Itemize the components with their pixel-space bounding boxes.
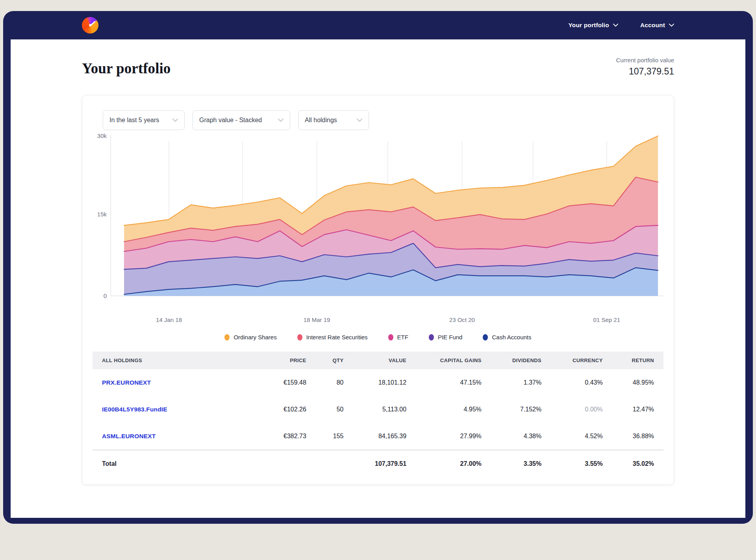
column-header-return: RETURN [612,352,663,369]
chevron-down-icon [613,24,618,27]
y-axis-label: 15k [97,211,107,218]
legend-label: Ordinary Shares [233,334,276,340]
portfolio-value-block: Current portfolio value 107,379.51 [616,57,674,77]
chart-area: 14 Jan 1818 Mar 1923 Oct 2001 Sep 21015k… [93,132,663,330]
filter-holdings[interactable]: All holdings [298,110,369,130]
cell-price: €102.26 [264,396,316,423]
ticker-link[interactable]: PRX.EURONEXT [102,379,151,386]
legend-dot-icon [483,334,488,340]
legend-item[interactable]: Interest Rate Securities [297,334,368,340]
ticker-link[interactable]: IE00B4L5Y983.FundIE [102,406,167,413]
cell-qty: 80 [316,369,353,396]
total-cell-qty [316,450,353,477]
total-cell-capital_gains: 27.00% [416,450,491,477]
chevron-down-icon [172,117,178,124]
cell-capital_gains: 4.95% [416,396,491,423]
cell-price: €382.73 [264,423,316,450]
cell-dividends: 1.37% [491,369,551,396]
cell-qty: 155 [316,423,353,450]
portfolio-value-label: Current portfolio value [616,57,674,63]
holding-row: PRX.EURONEXT€159.488018,101.1247.15%1.37… [93,369,663,396]
x-axis-label: 01 Sep 21 [593,316,620,323]
total-cell-price [264,450,316,477]
page-title: Your portfolio [82,60,170,77]
cell-capital_gains: 47.15% [416,369,491,396]
top-nav: Your portfolio Account [11,11,745,39]
nav-item-account[interactable]: Account [640,22,674,29]
legend-item[interactable]: ETF [388,334,408,340]
holding-row: IE00B4L5Y983.FundIE€102.26505,113.004.95… [93,396,663,423]
x-axis-label: 14 Jan 18 [156,316,182,323]
cell-currency: 0.00% [551,396,612,423]
cell-value: 84,165.39 [353,423,416,450]
brand-logo[interactable] [82,17,98,33]
page-head: Your portfolio Current portfolio value 1… [82,57,674,77]
nav-item-your-portfolio[interactable]: Your portfolio [568,22,618,29]
nav-item-label: Account [640,22,665,29]
cell-value: 18,101.12 [353,369,416,396]
chevron-down-icon [357,117,362,124]
column-header-ticker: ALL HOLDINGS [93,352,264,369]
cell-ticker: PRX.EURONEXT [93,369,264,396]
total-cell-currency: 3.55% [551,450,612,477]
legend-label: Cash Accounts [492,334,531,340]
legend-item[interactable]: Cash Accounts [483,334,531,340]
cell-return: 12.47% [612,396,663,423]
legend-dot-icon [297,334,302,340]
portfolio-chart[interactable]: 14 Jan 1818 Mar 1923 Oct 2001 Sep 21015k… [93,132,663,330]
column-header-value: VALUE [353,352,416,369]
filter-graph-value-label: Graph value - Stacked [199,117,262,124]
holding-row: ASML.EURONEXT€382.7315584,165.3927.99%4.… [93,423,663,450]
column-header-price: PRICE [264,352,316,369]
legend-label: ETF [397,334,408,340]
cell-qty: 50 [316,396,353,423]
filter-timerange-label: In the last 5 years [109,117,159,124]
column-header-qty: QTY [316,352,353,369]
legend-label: Interest Rate Securities [306,334,368,340]
portfolio-value: 107,379.51 [616,66,674,77]
cell-currency: 4.52% [551,423,612,450]
filter-holdings-label: All holdings [305,117,337,124]
cell-ticker: IE00B4L5Y983.FundIE [93,396,264,423]
column-header-dividends: DIVIDENDS [491,352,551,369]
portfolio-card: In the last 5 years Graph value - Stacke… [82,95,674,485]
legend-dot-icon [429,334,434,340]
app-frame: Your portfolio Account Your portfolio Cu… [3,11,753,524]
total-cell-value: 107,379.51 [353,450,416,477]
cell-return: 48.95% [612,369,663,396]
cell-value: 5,113.00 [353,396,416,423]
total-row: Total107,379.5127.00%3.35%3.55%35.02% [93,450,663,477]
ticker-link[interactable]: ASML.EURONEXT [102,433,156,439]
holdings-table-header: ALL HOLDINGSPRICEQTYVALUECAPITAL GAINSDI… [93,352,663,369]
filters: In the last 5 years Graph value - Stacke… [103,110,663,130]
cell-return: 36.88% [612,423,663,450]
filter-graph-value[interactable]: Graph value - Stacked [193,110,290,130]
total-cell-dividends: 3.35% [491,450,551,477]
nav-item-label: Your portfolio [568,22,609,29]
page-content: Your portfolio Current portfolio value 1… [11,39,745,518]
legend-label: PIE Fund [438,334,463,340]
x-axis-label: 23 Oct 20 [449,316,475,323]
total-cell-return: 35.02% [612,450,663,477]
total-cell-ticker: Total [93,450,264,477]
cell-capital_gains: 27.99% [416,423,491,450]
x-axis-label: 18 Mar 19 [304,316,330,323]
column-header-capital_gains: CAPITAL GAINS [416,352,491,369]
legend-item[interactable]: PIE Fund [429,334,463,340]
legend-dot-icon [224,334,230,340]
y-axis-label: 30k [97,132,107,139]
y-axis-label: 0 [104,292,107,299]
holdings-table: ALL HOLDINGSPRICEQTYVALUECAPITAL GAINSDI… [93,352,663,477]
nav-links: Your portfolio Account [568,22,674,29]
filter-timerange[interactable]: In the last 5 years [103,110,185,130]
cell-currency: 0.43% [551,369,612,396]
cell-ticker: ASML.EURONEXT [93,423,264,450]
chart-legend: Ordinary SharesInterest Rate SecuritiesE… [93,334,663,340]
legend-item[interactable]: Ordinary Shares [224,334,276,340]
column-header-currency: CURRENCY [551,352,612,369]
legend-dot-icon [388,334,393,340]
cell-dividends: 4.38% [491,423,551,450]
chevron-down-icon [669,24,674,27]
cell-price: €159.48 [264,369,316,396]
cell-dividends: 7.152% [491,396,551,423]
